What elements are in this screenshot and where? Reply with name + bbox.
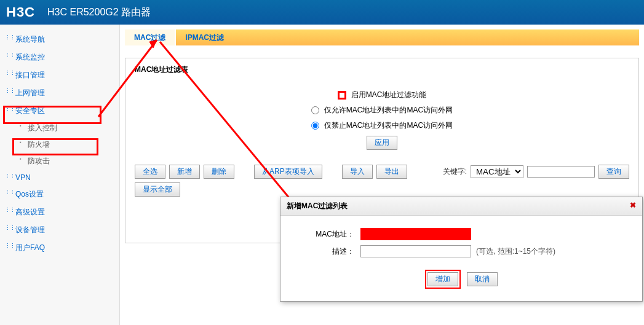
- desc-label: 描述：: [293, 246, 354, 257]
- enable-label: 启用MAC地址过滤功能: [351, 90, 427, 100]
- dialog-title: 新增MAC过滤列表: [287, 201, 348, 211]
- radio-deny-label: 仅禁止MAC地址列表中的MAC访问外网: [324, 120, 453, 131]
- search-button[interactable]: 查询: [598, 165, 629, 179]
- panel-title: MAC地址过滤表: [135, 65, 629, 75]
- sidebar-item-11[interactable]: 设备管理: [0, 221, 119, 239]
- tab-mac-filter[interactable]: MAC过滤: [125, 29, 175, 45]
- show-all-button[interactable]: 显示全部: [135, 182, 180, 197]
- radio-allow[interactable]: [311, 106, 319, 114]
- add-button[interactable]: 新增: [169, 165, 200, 179]
- keyword-input[interactable]: [527, 166, 595, 178]
- mac-input[interactable]: [360, 228, 471, 240]
- enable-mac-filter-checkbox[interactable]: [338, 91, 346, 100]
- sidebar: 系统导航系统监控接口管理上网管理安全专区接入控制防火墙防攻击VPNQos设置高级…: [0, 25, 120, 325]
- radio-allow-label: 仅允许MAC地址列表中的MAC访问外网: [324, 105, 453, 116]
- dialog-cancel-button[interactable]: 取消: [467, 272, 498, 286]
- delete-button[interactable]: 删除: [204, 165, 234, 179]
- tab-ipmac-filter[interactable]: IPMAC过滤: [176, 29, 233, 45]
- keyword-select[interactable]: MAC地址: [471, 165, 523, 178]
- content-area: MAC过滤 IPMAC过滤 MAC地址过滤表 启用MAC地址过滤功能 仅允许MA…: [120, 25, 644, 325]
- sidebar-item-12[interactable]: 用户FAQ: [0, 239, 119, 257]
- sidebar-item-8[interactable]: VPN: [0, 170, 119, 186]
- page-title: H3C ER5200G2 路由器: [47, 6, 151, 19]
- sidebar-item-2[interactable]: 接口管理: [0, 66, 119, 84]
- apply-button[interactable]: 应用: [367, 136, 397, 150]
- sidebar-item-1[interactable]: 系统监控: [0, 49, 119, 66]
- import-arp-button[interactable]: 从ARP表项导入: [254, 165, 322, 179]
- add-mac-dialog: 新增MAC过滤列表 ✖ MAC地址： 描述： (可选, 范围:1~15个字符) …: [280, 197, 643, 302]
- desc-input[interactable]: [360, 245, 471, 257]
- logo: H3C: [6, 4, 35, 20]
- sidebar-item-3[interactable]: 上网管理: [0, 84, 119, 102]
- sidebar-item-4[interactable]: 安全专区: [0, 102, 119, 120]
- sidebar-item-5[interactable]: 接入控制: [0, 120, 119, 136]
- sidebar-item-10[interactable]: 高级设置: [0, 203, 119, 221]
- keyword-label: 关键字:: [443, 166, 467, 177]
- desc-hint: (可选, 范围:1~15个字符): [476, 246, 555, 257]
- export-button[interactable]: 导出: [376, 165, 407, 179]
- sidebar-item-9[interactable]: Qos设置: [0, 186, 119, 203]
- dialog-add-button[interactable]: 增加: [427, 272, 458, 286]
- close-icon[interactable]: ✖: [630, 201, 636, 211]
- tab-bar: MAC过滤 IPMAC过滤: [125, 29, 639, 45]
- app-header: H3C H3C ER5200G2 路由器: [0, 0, 644, 25]
- sidebar-item-0[interactable]: 系统导航: [0, 31, 119, 49]
- sidebar-item-6[interactable]: 防火墙: [0, 136, 119, 153]
- toolbar: 全选 新增 删除 从ARP表项导入 导入 导出 关键字: MAC地址 查询 显示…: [135, 165, 629, 197]
- sidebar-item-7[interactable]: 防攻击: [0, 153, 119, 170]
- select-all-button[interactable]: 全选: [135, 165, 165, 179]
- radio-deny[interactable]: [311, 122, 319, 130]
- import-button[interactable]: 导入: [342, 165, 373, 179]
- mac-label: MAC地址：: [293, 229, 354, 240]
